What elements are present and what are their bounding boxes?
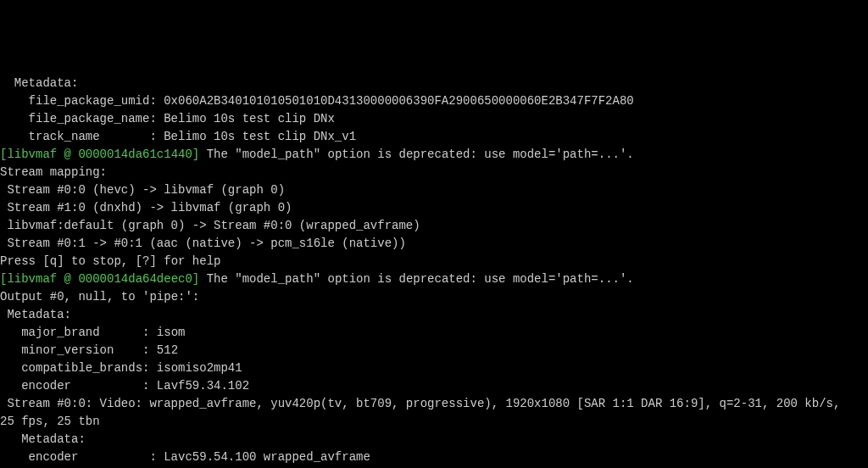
terminal-line: encoder : Lavf59.34.102 bbox=[0, 377, 868, 395]
log-text: track_name : Belimo 10s test clip DNx_v1 bbox=[29, 130, 356, 143]
log-text: Metadata: bbox=[21, 432, 86, 446]
terminal-line: 25 fps, 25 tbn bbox=[0, 413, 868, 431]
log-prefix: [libvmaf @ 0000014da61c1440] bbox=[0, 148, 199, 161]
terminal-line: Output #0, null, to 'pipe:': bbox=[0, 288, 868, 306]
terminal-line: Metadata: bbox=[0, 306, 868, 324]
terminal-line: Stream #0:0 (hevc) -> libvmaf (graph 0) bbox=[0, 181, 868, 199]
terminal-line: Stream #0:0: Video: wrapped_avframe, yuv… bbox=[0, 395, 868, 413]
terminal-line: file_package_umid: 0x060A2B3401010105010… bbox=[0, 92, 868, 110]
log-text: Stream #0:1 -> #0:1 (aac (native) -> pcm… bbox=[7, 237, 405, 250]
log-text: Stream #1:0 (dnxhd) -> libvmaf (graph 0) bbox=[7, 201, 292, 214]
terminal-line: major_brand : isom bbox=[0, 324, 868, 342]
terminal-line: minor_version : 512 bbox=[0, 342, 868, 359]
log-text: 25 fps, 25 tbn bbox=[0, 415, 100, 428]
terminal-line: file_package_name: Belimo 10s test clip … bbox=[0, 110, 868, 128]
log-text: The "model_path" option is deprecated: u… bbox=[199, 272, 633, 286]
log-text: Press [q] to stop, [?] for help bbox=[0, 254, 220, 268]
log-text: Metadata: bbox=[7, 308, 71, 321]
terminal-line: Press [q] to stop, [?] for help bbox=[0, 253, 868, 270]
log-text: file_package_umid: 0x060A2B3401010105010… bbox=[29, 94, 634, 108]
terminal-line: [libvmaf @ 0000014da61c1440] The "model_… bbox=[0, 146, 868, 164]
log-text: Output #0, null, to 'pipe:': bbox=[0, 290, 199, 304]
log-text: Stream mapping: bbox=[0, 165, 107, 179]
terminal-output: Metadata:file_package_umid: 0x060A2B3401… bbox=[0, 75, 868, 468]
log-text: Stream #0:0 (hevc) -> libvmaf (graph 0) bbox=[7, 183, 285, 197]
log-text: compatible_brands: isomiso2mp41 bbox=[21, 361, 242, 375]
terminal-line: encoder : Lavc59.54.100 wrapped_avframe bbox=[0, 448, 868, 466]
terminal-line: [libvmaf @ 0000014da64deec0] The "model_… bbox=[0, 270, 868, 288]
log-text: encoder : Lavc59.54.100 wrapped_avframe bbox=[29, 450, 370, 464]
terminal-line: track_name : Belimo 10s test clip DNx_v1 bbox=[0, 128, 868, 146]
terminal-line: Stream mapping: bbox=[0, 164, 868, 181]
terminal-line: Stream #0:1 -> #0:1 (aac (native) -> pcm… bbox=[0, 235, 868, 253]
terminal-line: compatible_brands: isomiso2mp41 bbox=[0, 359, 868, 377]
terminal-line: Metadata: bbox=[0, 431, 868, 448]
terminal-line: libvmaf:default (graph 0) -> Stream #0:0… bbox=[0, 217, 868, 235]
terminal-line: Stream #1:0 (dnxhd) -> libvmaf (graph 0) bbox=[0, 199, 868, 217]
log-text: file_package_name: Belimo 10s test clip … bbox=[29, 112, 335, 125]
log-text: encoder : Lavf59.34.102 bbox=[21, 379, 249, 393]
log-text: libvmaf:default (graph 0) -> Stream #0:0… bbox=[7, 219, 420, 232]
log-text: major_brand : isom bbox=[21, 326, 185, 339]
log-text: minor_version : 512 bbox=[21, 343, 178, 357]
log-text: The "model_path" option is deprecated: u… bbox=[199, 148, 633, 161]
terminal-line: Metadata: bbox=[0, 75, 868, 92]
log-text: Stream #0:0: Video: wrapped_avframe, yuv… bbox=[7, 397, 840, 410]
log-text: Metadata: bbox=[14, 76, 79, 90]
log-prefix: [libvmaf @ 0000014da64deec0] bbox=[0, 272, 199, 286]
